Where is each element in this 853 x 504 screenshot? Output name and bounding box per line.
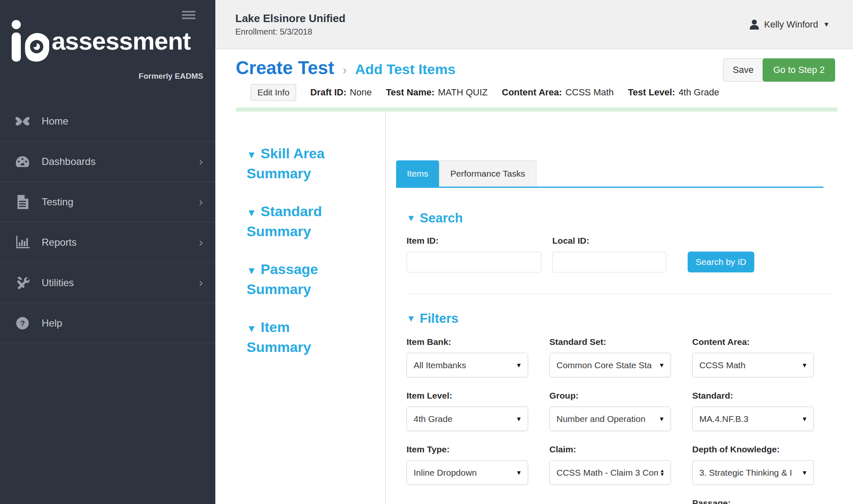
item-bank-select[interactable]: All Itembanks ▼ bbox=[407, 353, 528, 377]
caret-down-icon: ▼ bbox=[407, 313, 416, 324]
summary-nav: ▼Skill Area Summary ▼Standard Summary ▼P… bbox=[236, 112, 385, 504]
filter-group: Group: Number and Operation ▼ bbox=[549, 391, 671, 431]
local-id-input[interactable] bbox=[552, 252, 666, 272]
caret-down-icon: ▼ bbox=[247, 207, 257, 218]
filter-claim: Claim: CCSS Math - Claim 3 Comm ▲▼ bbox=[549, 444, 671, 485]
filters-section: ▼ Filters Item Bank: All Itembanks ▼ bbox=[407, 311, 823, 504]
question-circle-icon: ? bbox=[13, 317, 32, 330]
head-buttons: Save Go to Step 2 bbox=[723, 58, 835, 82]
chevron-right-icon: › bbox=[199, 156, 203, 167]
passage-summary-link[interactable]: ▼Passage Summary bbox=[247, 260, 351, 298]
content-area-select[interactable]: CCSS Math ▼ bbox=[692, 353, 814, 377]
section-divider bbox=[407, 293, 834, 294]
item-type-select[interactable]: Inline Dropdown ▼ bbox=[407, 460, 528, 485]
io-logo-icon bbox=[9, 19, 49, 62]
sidebar-item-label: Testing bbox=[42, 196, 73, 208]
item-level-select[interactable]: 4th Grade ▼ bbox=[407, 407, 528, 431]
search-heading: Search bbox=[420, 211, 463, 226]
caret-down-icon: ▼ bbox=[801, 415, 808, 422]
filters-heading: Filters bbox=[420, 311, 459, 326]
save-button[interactable]: Save bbox=[723, 58, 763, 82]
group-select[interactable]: Number and Operation ▼ bbox=[549, 407, 671, 431]
standard-select[interactable]: MA.4.NF.B.3 ▼ bbox=[692, 407, 814, 431]
edit-info-button[interactable]: Edit Info bbox=[251, 84, 296, 101]
skill-area-summary-link[interactable]: ▼Skill Area Summary bbox=[247, 144, 351, 182]
sidebar-item-home[interactable]: Home bbox=[0, 101, 215, 141]
filter-content-area: Content Area: CCSS Math ▼ bbox=[692, 337, 814, 377]
item-summary-link[interactable]: ▼Item Summary bbox=[247, 318, 351, 356]
search-section-header[interactable]: ▼ Search bbox=[407, 211, 823, 226]
search-row: Item ID: Local ID: Search by ID bbox=[407, 236, 823, 272]
search-by-id-button[interactable]: Search by ID bbox=[688, 252, 754, 272]
claim-select[interactable]: CCSS Math - Claim 3 Comm ▲▼ bbox=[549, 460, 671, 485]
sidebar-item-help[interactable]: ? Help bbox=[0, 303, 215, 343]
tab-performance-tasks[interactable]: Performance Tasks bbox=[439, 160, 536, 187]
sidebar: assessment Formerly EADMS Home Dashboard… bbox=[0, 0, 215, 504]
filter-item-bank: Item Bank: All Itembanks ▼ bbox=[407, 337, 528, 377]
enrollment-date: Enrollment: 5/3/2018 bbox=[235, 27, 345, 37]
caret-down-icon: ▼ bbox=[801, 362, 808, 369]
test-meta-row: Edit Info Draft ID:None Test Name:MATH Q… bbox=[251, 84, 853, 101]
passage-label: Passage: bbox=[692, 498, 814, 504]
item-id-label: Item ID: bbox=[407, 236, 541, 246]
search-section: ▼ Search Item ID: Local ID: Search by ID bbox=[407, 211, 823, 294]
sidebar-item-label: Reports bbox=[42, 237, 77, 248]
filter-item-level: Item Level: 4th Grade ▼ bbox=[407, 391, 528, 431]
sidebar-item-label: Help bbox=[42, 317, 62, 329]
caret-down-icon: ▼ bbox=[407, 213, 416, 224]
chevron-right-icon: › bbox=[199, 196, 203, 208]
filter-standard: Standard: MA.4.NF.B.3 ▼ bbox=[692, 391, 814, 431]
filters-section-header[interactable]: ▼ Filters bbox=[407, 311, 823, 326]
page-subtitle: Add Test Items bbox=[355, 61, 455, 77]
sidebar-item-utilities[interactable]: Utilities › bbox=[0, 262, 215, 303]
tools-icon bbox=[13, 276, 32, 289]
sidebar-item-dashboards[interactable]: Dashboards › bbox=[0, 141, 215, 182]
filter-grid: Item Bank: All Itembanks ▼ Standard Set:… bbox=[407, 337, 823, 504]
document-icon bbox=[13, 195, 32, 209]
brand-logo: assessment Formerly EADMS bbox=[9, 19, 206, 73]
caret-down-icon: ▼ bbox=[658, 362, 665, 369]
caret-down-icon: ▼ bbox=[516, 415, 522, 422]
progress-bar bbox=[236, 107, 838, 112]
chevron-right-icon: › bbox=[199, 277, 203, 289]
sidebar-item-label: Home bbox=[42, 115, 68, 127]
sidebar-item-label: Dashboards bbox=[42, 156, 95, 167]
filter-passage: Passage: bbox=[692, 498, 814, 504]
test-name: Test Name:MATH QUIZ bbox=[386, 87, 487, 98]
svg-text:?: ? bbox=[20, 319, 25, 328]
main-area: Lake Elsinore Unified Enrollment: 5/3/20… bbox=[215, 0, 853, 504]
content-columns: ▼Skill Area Summary ▼Standard Summary ▼P… bbox=[236, 112, 853, 504]
caret-down-icon: ▼ bbox=[247, 323, 257, 334]
standard-set-select[interactable]: Common Core State Sta ▼ bbox=[549, 353, 671, 377]
filter-item-type: Item Type: Inline Dropdown ▼ bbox=[407, 444, 528, 485]
tab-bar: Items Performance Tasks bbox=[396, 160, 823, 188]
gauge-icon bbox=[13, 155, 32, 168]
caret-down-icon: ▼ bbox=[247, 265, 257, 276]
breadcrumb-chevron-icon: › bbox=[342, 63, 347, 77]
sidebar-item-testing[interactable]: Testing › bbox=[0, 182, 215, 222]
draft-id: Draft ID:None bbox=[310, 87, 372, 98]
user-name: Kelly Winford bbox=[764, 19, 818, 30]
top-header: Lake Elsinore Unified Enrollment: 5/3/20… bbox=[215, 0, 853, 49]
content-area: Content Area:CCSS Math bbox=[502, 87, 614, 98]
test-level: Test Level:4th Grade bbox=[628, 87, 719, 98]
go-to-step-2-button[interactable]: Go to Step 2 bbox=[763, 58, 835, 82]
caret-down-icon: ▼ bbox=[658, 415, 665, 422]
page-head: Create Test › Add Test Items Save Go to … bbox=[236, 57, 835, 78]
items-panel: Items Performance Tasks ▼ Search Item ID… bbox=[385, 112, 853, 504]
caret-down-icon: ▼ bbox=[801, 469, 808, 476]
standard-summary-link[interactable]: ▼Standard Summary bbox=[247, 202, 351, 240]
item-id-input[interactable] bbox=[407, 252, 541, 272]
caret-down-icon: ▼ bbox=[516, 469, 522, 476]
person-icon bbox=[749, 19, 759, 30]
tab-items[interactable]: Items bbox=[396, 160, 439, 187]
filter-standard-set: Standard Set: Common Core State Sta ▼ bbox=[549, 337, 671, 377]
brand-name: assessment bbox=[52, 27, 191, 55]
sidebar-item-label: Utilities bbox=[42, 277, 74, 289]
depth-of-knowledge-select[interactable]: 3. Strategic Thinking & I ▼ bbox=[692, 460, 814, 485]
butterfly-icon bbox=[13, 115, 32, 127]
district-name: Lake Elsinore Unified bbox=[235, 12, 345, 25]
user-menu[interactable]: Kelly Winford ▼ bbox=[749, 19, 830, 30]
sidebar-item-reports[interactable]: Reports › bbox=[0, 222, 215, 262]
bar-chart-icon bbox=[13, 236, 32, 249]
